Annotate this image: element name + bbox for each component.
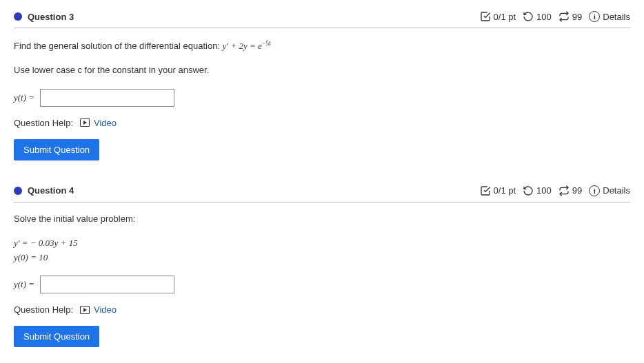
equation-block: y' = − 0.03y + 15 y(0) = 10 (14, 236, 630, 265)
score-meta: 0/1 pt (480, 185, 516, 196)
retry-count: 100 (536, 12, 552, 22)
points-text: 0/1 pt (494, 12, 516, 22)
video-link[interactable]: Video (80, 118, 117, 128)
question-header: Question 3 0/1 pt 100 99 i Details (14, 7, 630, 28)
header-right: 0/1 pt 100 99 i Details (480, 11, 630, 22)
retry-meta: 100 (523, 185, 552, 196)
answer-row: y(t) = (14, 276, 630, 293)
details-link[interactable]: i Details (589, 185, 630, 196)
swap-meta: 99 (559, 11, 582, 22)
info-icon: i (589, 185, 600, 196)
swap-count: 99 (572, 12, 582, 22)
header-right: 0/1 pt 100 99 i Details (480, 185, 630, 196)
answer-label: y(t) = (14, 92, 34, 103)
retry-meta: 100 (523, 11, 552, 22)
undo-icon (523, 185, 534, 196)
help-row: Question Help: Video (14, 118, 630, 128)
checkbox-icon (480, 11, 491, 22)
submit-button[interactable]: Submit Question (14, 139, 99, 160)
eq-line-1: y' = − 0.03y + 15 (14, 236, 630, 251)
details-label: Details (603, 185, 630, 196)
question-title: Question 3 (28, 12, 74, 22)
info-icon: i (589, 11, 600, 22)
swap-count: 99 (572, 185, 582, 196)
answer-row: y(t) = (14, 89, 630, 107)
answer-label: y(t) = (14, 279, 34, 290)
details-label: Details (603, 12, 630, 22)
eq-line-2: y(0) = 10 (14, 251, 630, 265)
swap-icon (559, 185, 570, 196)
bullet-icon (14, 12, 22, 21)
question-title: Question 4 (28, 185, 74, 196)
answer-input[interactable] (40, 89, 174, 107)
bullet-icon (14, 187, 22, 195)
swap-icon (559, 11, 570, 22)
play-icon (80, 118, 90, 127)
retry-count: 100 (536, 185, 552, 196)
header-left: Question 4 (14, 185, 74, 196)
equation: y' + 2y = e−5t (223, 41, 271, 51)
exponent: −5t (262, 39, 271, 47)
help-row: Question Help: Video (14, 304, 630, 315)
question-block-4: Question 4 0/1 pt 100 99 i Details Solve… (14, 181, 630, 347)
prompt-prefix: Find the general solution of the differe… (14, 41, 223, 51)
video-label: Video (94, 304, 117, 315)
question-prompt: Find the general solution of the differe… (14, 38, 630, 54)
video-link[interactable]: Video (80, 304, 117, 315)
undo-icon (523, 11, 534, 22)
play-icon (80, 306, 90, 314)
swap-meta: 99 (559, 185, 582, 196)
help-label: Question Help: (14, 304, 73, 315)
question-note: Use lower case c for the constant in you… (14, 63, 630, 78)
help-label: Question Help: (14, 118, 73, 128)
score-meta: 0/1 pt (480, 11, 516, 22)
video-label: Video (94, 118, 117, 128)
points-text: 0/1 pt (494, 185, 516, 196)
checkbox-icon (480, 185, 491, 196)
question-header: Question 4 0/1 pt 100 99 i Details (14, 181, 630, 203)
answer-input[interactable] (40, 276, 174, 293)
details-link[interactable]: i Details (589, 11, 630, 22)
header-left: Question 3 (14, 12, 74, 22)
submit-button[interactable]: Submit Question (14, 326, 99, 347)
question-block-3: Question 3 0/1 pt 100 99 i Details Find … (14, 7, 630, 160)
question-prompt: Solve the initial value problem: (14, 212, 630, 227)
